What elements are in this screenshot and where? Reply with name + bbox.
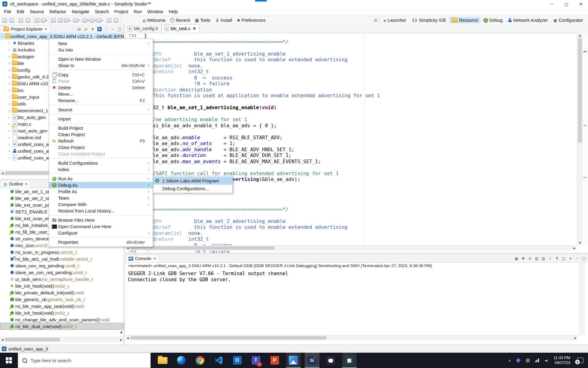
console-hscrollbar[interactable]: ◀ ▶	[125, 335, 578, 340]
editor-tab-ble_config-h[interactable]: hble_config.h	[125, 25, 161, 33]
context-menu-item-configure[interactable]: Configure›	[49, 230, 153, 236]
tray-chevron-up-button[interactable]: ∧	[508, 358, 511, 362]
context-menu-item-rename[interactable]: Rename...F2	[49, 97, 153, 104]
scroll-lock-button[interactable]: ⇩	[547, 256, 553, 261]
package-drop-button[interactable]: ▾	[73, 17, 80, 24]
context-menu-item-new[interactable]: New›	[49, 40, 153, 47]
taskbar-app-vscode[interactable]	[211, 353, 226, 368]
taskbar-app-photos[interactable]	[286, 353, 301, 368]
perspective-resource[interactable]: Resource	[449, 17, 481, 23]
open-console-view-button[interactable]: ▣	[514, 256, 519, 261]
close-icon[interactable]: ✕	[153, 256, 156, 261]
scroll-right-icon[interactable]: ▶	[119, 337, 124, 342]
open-resource-button[interactable]	[8, 17, 15, 24]
taskbar-app-calculator[interactable]: ▦	[342, 353, 357, 368]
close-icon[interactable]: ✕	[44, 27, 47, 31]
context-menu-item-index[interactable]: Index›	[49, 166, 153, 173]
menubar-item-refactor[interactable]: Refactor	[47, 8, 69, 16]
project-explorer-tab[interactable]: Project Explorer ✕	[1, 25, 50, 33]
taskbar-app-github-desktop[interactable]	[323, 353, 338, 368]
tray-volume-button[interactable]: ◄)	[545, 359, 548, 362]
console-output[interactable]: SEGGER J-Link GDB Server V7.66 - Termina…	[128, 271, 288, 283]
menubar-item-help[interactable]: Help	[166, 8, 181, 16]
perspective-launcher[interactable]: ►Launcher	[381, 17, 409, 23]
context-menu-item-close-project[interactable]: Close Project	[49, 144, 153, 151]
overview-ruler[interactable]	[582, 33, 588, 245]
outline-item[interactable]: rsi_ble_main_app_task(void) : void	[0, 303, 124, 309]
close-console-button[interactable]: ✖	[520, 256, 526, 261]
context-menu-item-open-in-new-window[interactable]: Open in New Window	[49, 56, 153, 62]
context-menu-item-paste[interactable]: PasteCtrl+V	[49, 78, 153, 84]
context-menu-item-restore-from-local-history[interactable]: Restore from Local History...	[49, 208, 153, 214]
outline-item[interactable]: slave_ae_con_req_pending : uint8_t	[0, 269, 124, 276]
taskbar-app-file-explorer[interactable]	[155, 353, 170, 368]
context-menu-item-import[interactable]: Import	[49, 116, 153, 122]
context-menu-item-build-project[interactable]: Build Project	[49, 125, 153, 131]
collapse-all-button[interactable]: ⊟	[76, 26, 82, 32]
focus-si-button[interactable]: Si	[96, 26, 102, 32]
minimize-button[interactable]: ─	[574, 256, 580, 261]
close-button[interactable]: ✕	[574, 0, 588, 8]
outline-tab[interactable]: ▤ Outline ✕	[1, 180, 31, 188]
tray-network-button[interactable]	[535, 358, 539, 362]
annotate-button[interactable]	[33, 17, 40, 24]
scroll-left-icon[interactable]: ◀	[0, 337, 5, 342]
link-with-editor-button[interactable]: ⇄	[83, 26, 89, 32]
debug-attach-button[interactable]	[24, 17, 31, 24]
perspective-network-analyzer[interactable]: Network Analyzer	[506, 17, 550, 23]
submenu-item-debug-configurations[interactable]: Debug Configurations...	[153, 185, 232, 192]
scroll-left-icon[interactable]: ◀	[0, 171, 5, 175]
display-selected-console-button[interactable]: ▾	[567, 256, 573, 261]
outline-item[interactable]: slave_con_req_pending : uint8_t	[0, 262, 124, 269]
outline-item[interactable]: rsi_ble_dual_role(void) : int32_t	[0, 323, 124, 330]
close-icon[interactable]: ✕	[193, 26, 196, 31]
outline-item[interactable]: +ble_init_hook(void) : int32_t	[0, 282, 124, 289]
maximize-button[interactable]: □	[581, 256, 587, 261]
context-menu-item-team[interactable]: Team›	[49, 195, 153, 201]
preferences-button[interactable]: ✱Preferences	[235, 18, 267, 23]
word-wrap-button[interactable]: ¶	[554, 256, 560, 261]
recent-button[interactable]: Recent	[168, 18, 192, 23]
external-tools-button[interactable]	[112, 17, 119, 24]
context-menu-item-debug-as[interactable]: Debug As›	[49, 182, 153, 188]
console-vscrollbar[interactable]	[579, 263, 585, 335]
tray-color-dot-button[interactable]	[516, 358, 520, 362]
scroll-left-icon[interactable]: ◀	[125, 335, 130, 340]
taskbar-search[interactable]: Type here to search	[18, 353, 151, 368]
new-wizard-button[interactable]	[1, 17, 8, 24]
tools-button[interactable]: ▦Tools	[193, 18, 212, 23]
context-menu-item-go-into[interactable]: Go Into	[49, 47, 153, 53]
nav-back-button[interactable]: ▾	[96, 17, 103, 24]
action-center-button[interactable]: 5	[576, 356, 585, 365]
code-editor[interactable]: }/*=====================================…	[144, 33, 487, 245]
perspective-configurator[interactable]: ▣Configurator	[551, 17, 586, 23]
menubar-item-navigate[interactable]: Navigate	[69, 8, 92, 16]
taskbar-app-edge[interactable]	[174, 353, 189, 368]
context-menu-item-run-as[interactable]: ▶Run As›	[49, 175, 153, 182]
save-button[interactable]	[50, 17, 57, 24]
outline-item[interactable]: vrsi_ble_att1_val_hndl : volatile uint16…	[0, 255, 124, 262]
outline-item[interactable]: ble_init_hook(void) : int32_t	[0, 309, 124, 316]
outline-item[interactable]: rsi_scan_in_progress : uint16_t	[0, 249, 124, 255]
menubar-item-project[interactable]: Project	[111, 8, 131, 16]
context-menu-item-show-in[interactable]: Show InAlt+Shift+W›	[49, 62, 153, 69]
context-menu-item-source[interactable]: Source›	[49, 106, 153, 113]
scroll-right-icon[interactable]: ▶	[572, 246, 577, 250]
welcome-button[interactable]: ⌂Welcome	[141, 17, 167, 23]
context-menu-item-clean-project[interactable]: Clean Project	[49, 131, 153, 138]
import-drop-button[interactable]: ▾	[64, 17, 71, 24]
context-menu-item-close-unrelated-project[interactable]: Close Unrelated Project	[49, 151, 153, 157]
filter-button[interactable]: ▼	[90, 26, 96, 32]
outline-item[interactable]: rsi_change_ble_adv_and_scan_params() : v…	[0, 316, 124, 323]
console-tab[interactable]: Console ✕	[126, 255, 159, 262]
open-perspective-button[interactable]: ⊞	[374, 18, 378, 23]
context-menu-item-profile-as[interactable]: Profile As›	[49, 188, 153, 195]
maximize-button[interactable]: □	[559, 0, 574, 8]
close-icon[interactable]: ✕	[25, 182, 28, 186]
context-menu-item-browse-files-here[interactable]: Browse Files Here	[49, 217, 153, 223]
outline-item[interactable]: ble_generic_cb : generic_task_cb_t	[0, 296, 124, 303]
outline-item[interactable]: ble_private_default_init(void) : void	[0, 289, 124, 296]
clear-console-button[interactable]: ▥	[541, 256, 546, 261]
taskbar-app-chrome[interactable]	[193, 353, 207, 368]
scroll-down-icon[interactable]: ▼	[577, 240, 582, 245]
